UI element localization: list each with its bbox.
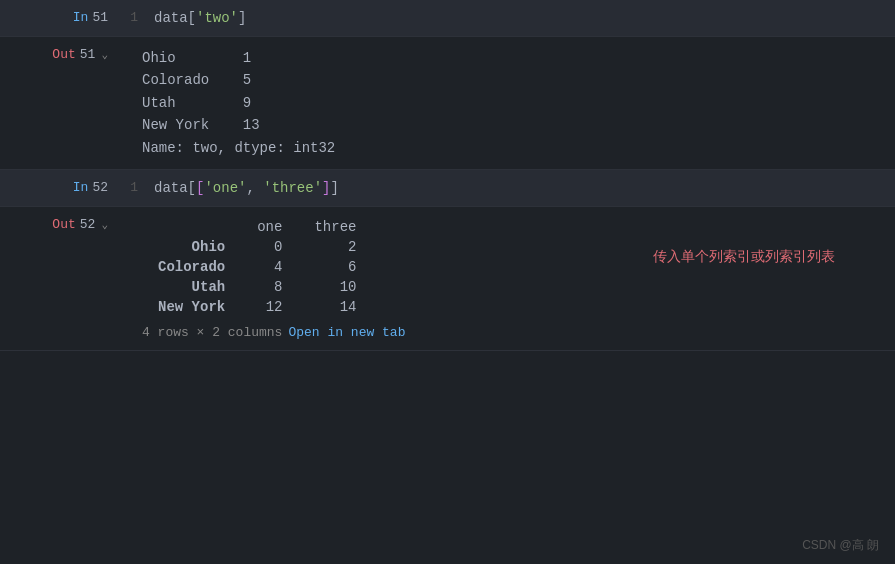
notebook: In 51 1 data['two'] Out 51 ⌄ Ohio 1 Colo… [0, 0, 895, 564]
cell-content-out-51: Ohio 1 Colorado 5 Utah 9 New York 13 Nam… [120, 37, 895, 169]
line-number-in-51: 1 [120, 0, 138, 36]
table-row: New York 12 14 [142, 297, 372, 317]
df-row-index: Ohio [142, 237, 241, 257]
collapse-chevron-51[interactable]: ⌄ [101, 48, 108, 61]
df-col-one: one [241, 217, 298, 237]
cell-content-in-51: data['two'] [146, 0, 895, 36]
cell-out-52: Out 52 ⌄ one three [0, 207, 895, 351]
cell-in-51: In 51 1 data['two'] [0, 0, 895, 37]
notebook-wrapper: In 51 1 data['two'] Out 51 ⌄ Ohio 1 Colo… [0, 0, 895, 564]
df-row-index: New York [142, 297, 241, 317]
dataframe-footer-52: 4 rows × 2 columns Open in new tab [128, 325, 887, 340]
df-cell: 10 [298, 277, 372, 297]
cell-gutter-in-51: In 51 [0, 0, 120, 36]
out-keyword-51: Out [52, 47, 75, 62]
df-cell: 14 [298, 297, 372, 317]
df-row-index: Utah [142, 277, 241, 297]
code-in-51: data['two'] [154, 10, 246, 26]
cell-content-out-52: one three Ohio 0 2 Colorado 4 [120, 207, 895, 350]
cell-gutter-out-51: Out 51 ⌄ [0, 37, 120, 169]
open-new-tab-link[interactable]: Open in new tab [288, 325, 405, 340]
cell-in-52: In 52 1 data[['one', 'three']] [0, 170, 895, 207]
line-number-in-52: 1 [120, 170, 138, 206]
series-output-51: Ohio 1 Colorado 5 Utah 9 New York 13 Nam… [128, 47, 887, 159]
table-row: Ohio 0 2 [142, 237, 372, 257]
table-row: Colorado 4 6 [142, 257, 372, 277]
in-keyword-52: In [73, 180, 89, 195]
cell-gutter-in-52: In 52 [0, 170, 120, 206]
rows-columns-label: 4 rows × 2 columns [142, 325, 282, 340]
df-cell: 12 [241, 297, 298, 317]
dataframe-table-52: one three Ohio 0 2 Colorado 4 [142, 217, 372, 317]
df-col-three: three [298, 217, 372, 237]
cell-gutter-out-52: Out 52 ⌄ [0, 207, 120, 350]
collapse-chevron-52[interactable]: ⌄ [101, 218, 108, 231]
table-row: Utah 8 10 [142, 277, 372, 297]
in-label-51: In 51 [73, 10, 108, 25]
code-in-52: data[['one', 'three']] [154, 180, 339, 196]
out-label-51: Out 51 ⌄ [52, 47, 108, 62]
df-cell: 0 [241, 237, 298, 257]
in-label-52: In 52 [73, 180, 108, 195]
df-cell: 4 [241, 257, 298, 277]
in-number-52: 52 [92, 180, 108, 195]
in-keyword-51: In [73, 10, 89, 25]
df-col-index [142, 217, 241, 237]
out-label-52: Out 52 ⌄ [52, 217, 108, 232]
df-cell: 2 [298, 237, 372, 257]
out-number-51: 51 [80, 47, 96, 62]
df-row-index: Colorado [142, 257, 241, 277]
annotation-text: 传入单个列索引或列索引列表 [653, 248, 835, 266]
cell-out-51: Out 51 ⌄ Ohio 1 Colorado 5 Utah 9 New Yo… [0, 37, 895, 170]
cell-content-in-52: data[['one', 'three']] [146, 170, 895, 206]
out-keyword-52: Out [52, 217, 75, 232]
out-number-52: 52 [80, 217, 96, 232]
df-cell: 8 [241, 277, 298, 297]
df-cell: 6 [298, 257, 372, 277]
watermark-text: CSDN @高 朗 [802, 537, 879, 554]
in-number-51: 51 [92, 10, 108, 25]
